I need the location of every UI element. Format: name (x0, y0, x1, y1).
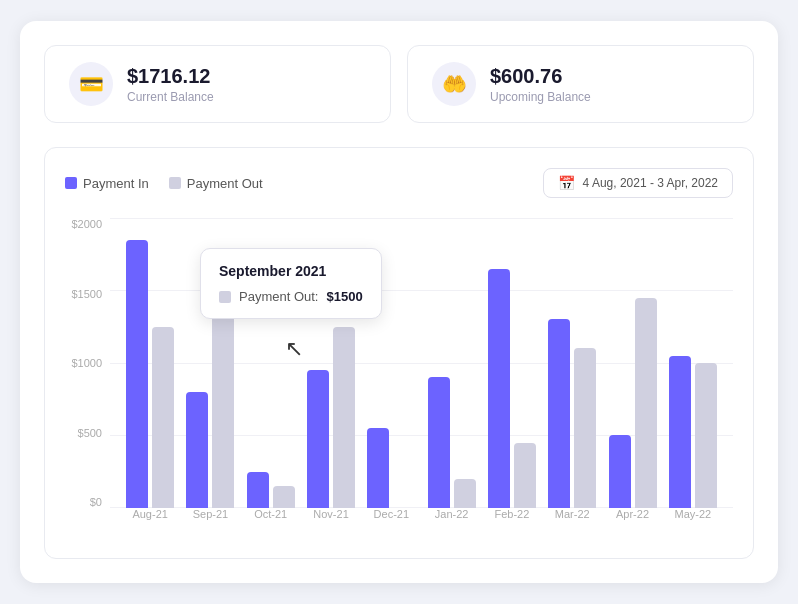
current-balance-icon: 💳 (69, 62, 113, 106)
bar-payment-in (307, 370, 329, 508)
bar-payment-out (212, 290, 234, 508)
tooltip-title: September 2021 (219, 263, 363, 279)
chart-section: Payment In Payment Out 📅 4 Aug, 2021 - 3… (44, 147, 754, 559)
legend-dot-blue (65, 177, 77, 189)
bar-group (548, 319, 596, 508)
y-label-1000: $1000 (65, 357, 110, 369)
bar-payment-in (367, 428, 389, 508)
bar-payment-in (428, 377, 450, 508)
bar-payment-in (247, 472, 269, 508)
bar-group (669, 356, 717, 508)
date-range-picker[interactable]: 📅 4 Aug, 2021 - 3 Apr, 2022 (543, 168, 733, 198)
bar-group (367, 428, 415, 508)
bar-group (186, 290, 234, 508)
upcoming-balance-box: 🤲 $600.76 Upcoming Balance (407, 45, 754, 123)
tooltip-label: Payment Out: (239, 289, 318, 304)
legend-payment-in: Payment In (65, 176, 149, 191)
bar-payment-out (333, 327, 355, 508)
tooltip-value: $1500 (326, 289, 362, 304)
x-label: Dec-21 (367, 508, 415, 520)
y-label-500: $500 (65, 427, 110, 439)
y-axis: $0 $500 $1000 $1500 $2000 (65, 218, 110, 508)
legend-payment-out-label: Payment Out (187, 176, 263, 191)
chart-header: Payment In Payment Out 📅 4 Aug, 2021 - 3… (65, 168, 733, 198)
bar-group (247, 472, 295, 508)
upcoming-balance-info: $600.76 Upcoming Balance (490, 65, 591, 104)
cursor-icon: ↖ (285, 336, 303, 362)
legend-dot-gray (169, 177, 181, 189)
bar-payment-out (454, 479, 476, 508)
main-card: 💳 $1716.12 Current Balance 🤲 $600.76 Upc… (20, 21, 778, 583)
bar-group (307, 327, 355, 508)
bar-payment-out (273, 486, 295, 508)
y-label-0: $0 (65, 496, 110, 508)
chart-tooltip: September 2021 Payment Out: $1500 (200, 248, 382, 319)
current-balance-amount: $1716.12 (127, 65, 214, 88)
upcoming-balance-label: Upcoming Balance (490, 90, 591, 104)
chart-area: $0 $500 $1000 $1500 $2000 (65, 218, 733, 538)
x-label: Nov-21 (307, 508, 355, 520)
bar-payment-in (126, 240, 148, 508)
bar-payment-out (152, 327, 174, 508)
x-label: Sep-21 (186, 508, 234, 520)
x-label: Jan-22 (428, 508, 476, 520)
bar-group (428, 377, 476, 508)
bar-payment-in (548, 319, 570, 508)
calendar-icon: 📅 (558, 175, 575, 191)
date-range-text: 4 Aug, 2021 - 3 Apr, 2022 (583, 176, 718, 190)
bar-payment-in (609, 435, 631, 508)
x-label: Mar-22 (548, 508, 596, 520)
bar-payment-in (669, 356, 691, 508)
legend-payment-in-label: Payment In (83, 176, 149, 191)
x-labels: Aug-21Sep-21Oct-21Nov-21Dec-21Jan-22Feb-… (110, 508, 733, 538)
y-label-2000: $2000 (65, 218, 110, 230)
bar-group (488, 269, 536, 508)
bar-payment-out (635, 298, 657, 508)
bar-payment-out (514, 443, 536, 508)
bar-payment-out (695, 363, 717, 508)
tooltip-dot (219, 291, 231, 303)
current-balance-label: Current Balance (127, 90, 214, 104)
x-label: Feb-22 (488, 508, 536, 520)
bar-group (126, 240, 174, 508)
balance-row: 💳 $1716.12 Current Balance 🤲 $600.76 Upc… (44, 45, 754, 123)
chart-legend: Payment In Payment Out (65, 176, 263, 191)
current-balance-info: $1716.12 Current Balance (127, 65, 214, 104)
bar-payment-in (488, 269, 510, 508)
chart-inner: September 2021 Payment Out: $1500 ↖ (110, 218, 733, 508)
bar-payment-out (574, 348, 596, 508)
x-label: Apr-22 (609, 508, 657, 520)
bar-group (609, 298, 657, 508)
bar-payment-in (186, 392, 208, 508)
x-label: Aug-21 (126, 508, 174, 520)
x-label: May-22 (669, 508, 717, 520)
x-label: Oct-21 (247, 508, 295, 520)
upcoming-balance-icon: 🤲 (432, 62, 476, 106)
y-label-1500: $1500 (65, 288, 110, 300)
upcoming-balance-amount: $600.76 (490, 65, 591, 88)
current-balance-box: 💳 $1716.12 Current Balance (44, 45, 391, 123)
tooltip-row: Payment Out: $1500 (219, 289, 363, 304)
legend-payment-out: Payment Out (169, 176, 263, 191)
